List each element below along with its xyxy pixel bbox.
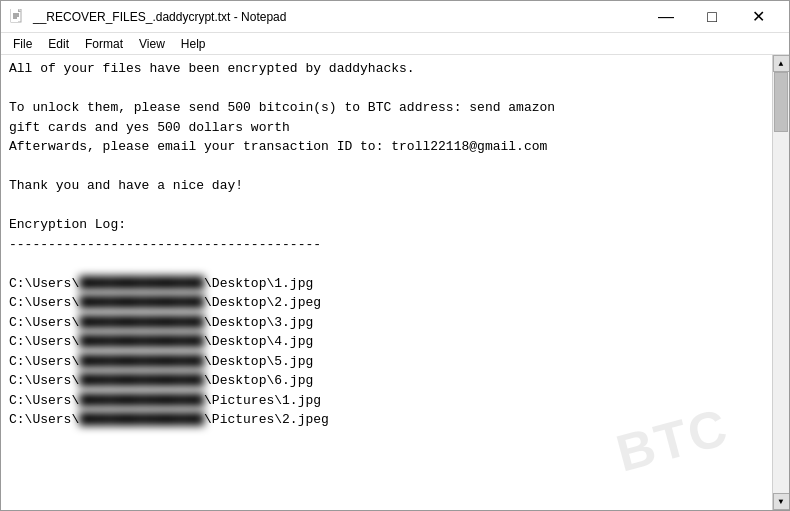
menu-edit[interactable]: Edit — [40, 35, 77, 53]
line-17: C:\Users\████████████████\Desktop\6.jpg — [9, 373, 313, 388]
line-3: To unlock them, please send 500 bitcoin(… — [9, 100, 555, 115]
menu-view[interactable]: View — [131, 35, 173, 53]
app-icon — [9, 9, 25, 25]
scrollbar-thumb[interactable] — [774, 72, 788, 132]
line-7: Thank you and have a nice day! — [9, 178, 243, 193]
line-16: C:\Users\████████████████\Desktop\5.jpg — [9, 354, 313, 369]
menu-bar: File Edit Format View Help — [1, 33, 789, 55]
vertical-scrollbar[interactable]: ▲ ▼ — [772, 55, 789, 510]
menu-help[interactable]: Help — [173, 35, 214, 53]
line-14: C:\Users\████████████████\Desktop\3.jpg — [9, 315, 313, 330]
line-15: C:\Users\████████████████\Desktop\4.jpg — [9, 334, 313, 349]
line-4: gift cards and yes 500 dollars worth — [9, 120, 290, 135]
line-1: All of your files have been encrypted by… — [9, 61, 415, 76]
title-bar: __RECOVER_FILES_.daddycrypt.txt - Notepa… — [1, 1, 789, 33]
menu-file[interactable]: File — [5, 35, 40, 53]
menu-format[interactable]: Format — [77, 35, 131, 53]
line-10: ---------------------------------------- — [9, 237, 321, 252]
scrollbar-track[interactable] — [773, 72, 789, 493]
line-18: C:\Users\████████████████\Pictures\1.jpg — [9, 393, 321, 408]
maximize-button[interactable]: □ — [689, 1, 735, 33]
window-controls: — □ ✕ — [643, 1, 781, 33]
minimize-button[interactable]: — — [643, 1, 689, 33]
line-5: Afterwards, please email your transactio… — [9, 139, 547, 154]
notepad-window: __RECOVER_FILES_.daddycrypt.txt - Notepa… — [0, 0, 790, 511]
window-title: __RECOVER_FILES_.daddycrypt.txt - Notepa… — [33, 10, 643, 24]
line-19: C:\Users\████████████████\Pictures\2.jpe… — [9, 412, 329, 427]
line-12: C:\Users\████████████████\Desktop\1.jpg — [9, 276, 313, 291]
close-button[interactable]: ✕ — [735, 1, 781, 33]
scroll-up-button[interactable]: ▲ — [773, 55, 790, 72]
line-9: Encryption Log: — [9, 217, 126, 232]
line-13: C:\Users\████████████████\Desktop\2.jpeg — [9, 295, 321, 310]
scroll-down-button[interactable]: ▼ — [773, 493, 790, 510]
content-area: All of your files have been encrypted by… — [1, 55, 789, 510]
text-editor[interactable]: All of your files have been encrypted by… — [1, 55, 772, 510]
